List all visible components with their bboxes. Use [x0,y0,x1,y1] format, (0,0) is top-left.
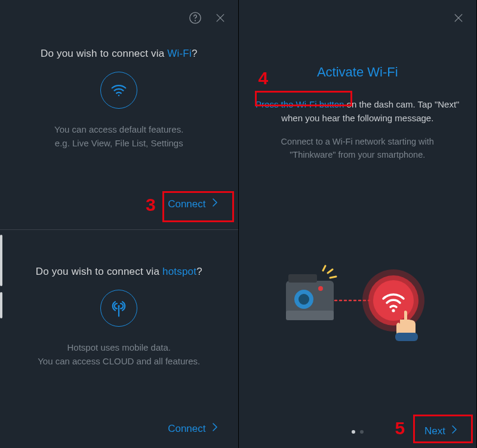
close-icon[interactable] [451,11,466,25]
next-label: Next [424,425,445,437]
svg-point-4 [118,95,120,97]
hotspot-prompt: Do you wish to connect via hotspot? [36,266,202,278]
hotspot-desc-2: You can access CLOUD and all features. [38,355,200,369]
hotspot-prompt-pre: Do you wish to connect via [36,266,162,277]
dot-2 [360,430,364,434]
hotspot-desc: Hotspot uses mobile data. You can access… [38,341,200,368]
wifi-prompt-accent: Wi-Fi [167,48,192,59]
activate-subtext: Connect to a Wi-Fi network starting with… [239,136,477,162]
instr-accent: Press the Wi-Fi button [256,99,344,109]
wifi-desc-1: You can access default features. [54,123,183,137]
hotspot-prompt-post: ? [196,266,202,277]
hotspot-prompt-accent: hotspot [162,266,196,277]
wifi-icon [110,81,128,99]
dashcam-wifi-graphic [280,254,435,355]
svg-rect-11 [288,274,317,283]
svg-point-16 [298,294,309,305]
close-icon[interactable] [213,11,227,25]
hotspot-connect-row: Connect [0,418,238,448]
next-button[interactable]: Next [418,420,463,442]
wifi-desc-2: e.g. Live View, File List, Settings [54,137,183,151]
hotspot-connect-button[interactable]: Connect [162,418,223,440]
svg-point-22 [392,309,395,312]
dot-1 [352,430,355,434]
wifi-connect-button[interactable]: Connect [162,193,223,215]
left-pane: Do you wish to connect via Wi-Fi? You ca… [0,0,239,448]
hotspot-icon-circle [100,290,137,327]
wifi-prompt-post: ? [192,48,198,59]
chevron-right-icon [451,425,457,437]
wifi-icon-circle [100,72,137,109]
wifi-connect-row: Connect [0,193,238,223]
svg-rect-23 [395,333,418,341]
activate-title: Activate Wi-Fi [239,65,477,80]
hotspot-section: Do you wish to connect via hotspot? Hots… [0,230,238,368]
wifi-prompt: Do you wish to connect via Wi-Fi? [41,48,198,60]
right-topbar [239,0,477,36]
chevron-right-icon [212,198,218,210]
hotspot-desc-1: Hotspot uses mobile data. [38,341,200,355]
wifi-section: Do you wish to connect via Wi-Fi? You ca… [0,36,238,150]
step-number-3: 3 [146,195,156,215]
svg-point-1 [195,20,195,21]
activate-instruction: Press the Wi-Fi button on the dash cam. … [239,98,477,125]
right-pane: Activate Wi-Fi Press the Wi-Fi button on… [239,0,478,448]
svg-line-12 [323,266,325,271]
help-icon[interactable] [188,11,202,25]
step-number-4: 4 [258,68,269,88]
left-topbar [0,0,238,36]
wifi-prompt-pre: Do you wish to connect via [41,48,167,59]
wifi-connect-label: Connect [168,198,205,210]
svg-rect-10 [286,311,334,320]
hotspot-connect-label: Connect [168,423,205,435]
svg-line-14 [330,277,336,278]
svg-line-13 [328,269,333,273]
next-wrap: Next [418,420,463,442]
hotspot-icon [110,298,128,318]
wifi-desc: You can access default features. e.g. Li… [54,123,183,150]
svg-point-17 [318,286,323,291]
chevron-right-icon [212,422,218,435]
dashcam-illustration [239,162,477,449]
step-number-5: 5 [395,418,405,438]
